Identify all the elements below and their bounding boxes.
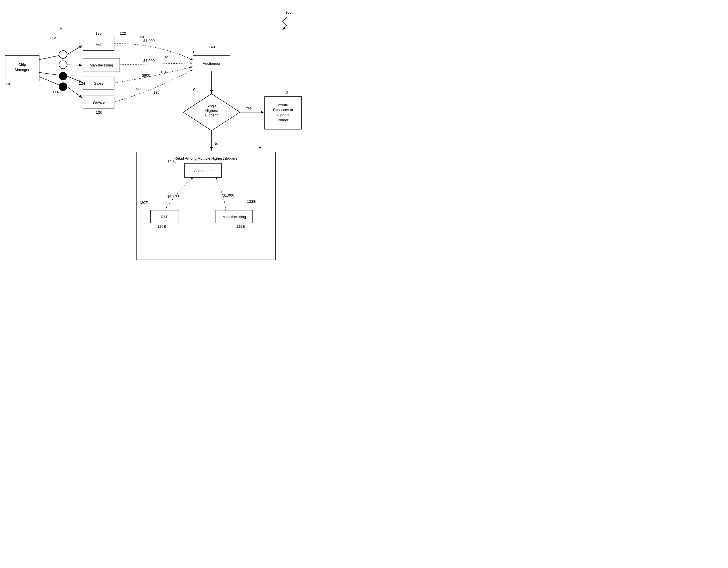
chip-manager-label: Chip bbox=[18, 62, 26, 67]
bid-900-label: $900 bbox=[142, 73, 150, 78]
award-line1: Award bbox=[278, 103, 288, 107]
decision-line2: Highest bbox=[205, 108, 218, 113]
ref-124: 124 bbox=[79, 81, 85, 85]
ref-134: 134 bbox=[160, 70, 167, 74]
chip-manager-label2: Manager bbox=[15, 68, 30, 72]
ref-130E: 130E bbox=[139, 201, 148, 205]
ref-C: C bbox=[193, 87, 196, 92]
ref-140: 140 bbox=[209, 45, 215, 49]
award-line4: Bidder bbox=[278, 118, 288, 122]
ref-110: 110 bbox=[5, 82, 11, 86]
award-line2: Resource to bbox=[273, 108, 293, 112]
circle-2 bbox=[59, 61, 67, 69]
ref-E: E bbox=[258, 147, 261, 151]
ref-140E: 140E bbox=[168, 159, 176, 163]
auctioneer-label: Auctioneer bbox=[203, 61, 221, 66]
svg-line-4 bbox=[39, 72, 60, 75]
yes-label: Yes bbox=[246, 106, 252, 110]
circle-1 bbox=[59, 51, 67, 59]
svg-line-2 bbox=[39, 55, 60, 60]
bid-1000b-label: $1,000 bbox=[143, 59, 155, 63]
no-label: No bbox=[214, 141, 218, 146]
bid-800-label: $800 bbox=[136, 87, 145, 91]
rebid-title: Rebid Among Multiple Highest Bidders bbox=[174, 156, 237, 160]
svg-line-6 bbox=[67, 45, 82, 55]
circle-4 bbox=[59, 83, 67, 91]
award-line3: Highest bbox=[277, 113, 289, 117]
bid-1000E-label: $1,000 bbox=[223, 193, 234, 197]
svg-line-5 bbox=[39, 77, 60, 85]
ref-120: 120 bbox=[95, 31, 102, 35]
sales-label: Sales bbox=[94, 81, 103, 85]
rnd2-label: R&D bbox=[161, 215, 168, 219]
bid-1100-label: $1,100 bbox=[168, 194, 179, 198]
ref-D: D bbox=[285, 90, 288, 95]
svg-line-9 bbox=[67, 87, 82, 98]
decision-line3: Bidder? bbox=[205, 113, 218, 117]
ref-100-label: 100 bbox=[285, 10, 292, 14]
ref-A-label: A bbox=[60, 26, 62, 31]
ref-114: 114 bbox=[53, 90, 59, 94]
ref-122E: 122E bbox=[236, 224, 245, 229]
ref-120E: 120E bbox=[157, 224, 166, 229]
ref-132: 132 bbox=[162, 55, 168, 59]
svg-line-7 bbox=[67, 65, 82, 65]
decision-line1: Single bbox=[206, 104, 217, 108]
ref-126: 126 bbox=[96, 110, 102, 114]
ref-112: 112 bbox=[50, 36, 56, 40]
manufacturing-label: Manufacturing bbox=[90, 63, 113, 67]
service-label: Service bbox=[92, 100, 104, 105]
ref-136: 136 bbox=[153, 90, 160, 95]
bid-1000a-label: $1,000 bbox=[143, 39, 155, 43]
ref-132E: 132E bbox=[247, 199, 256, 204]
auctioneer2-label: Auctioneer bbox=[194, 169, 212, 173]
ref-B: B bbox=[193, 50, 196, 54]
circle-3 bbox=[59, 72, 67, 80]
manufacturing2-label: Manufacturing bbox=[223, 215, 246, 219]
ref-130: 130 bbox=[139, 35, 145, 39]
rnd-label: R&D bbox=[95, 42, 102, 46]
ref-122: 122 bbox=[120, 31, 126, 35]
